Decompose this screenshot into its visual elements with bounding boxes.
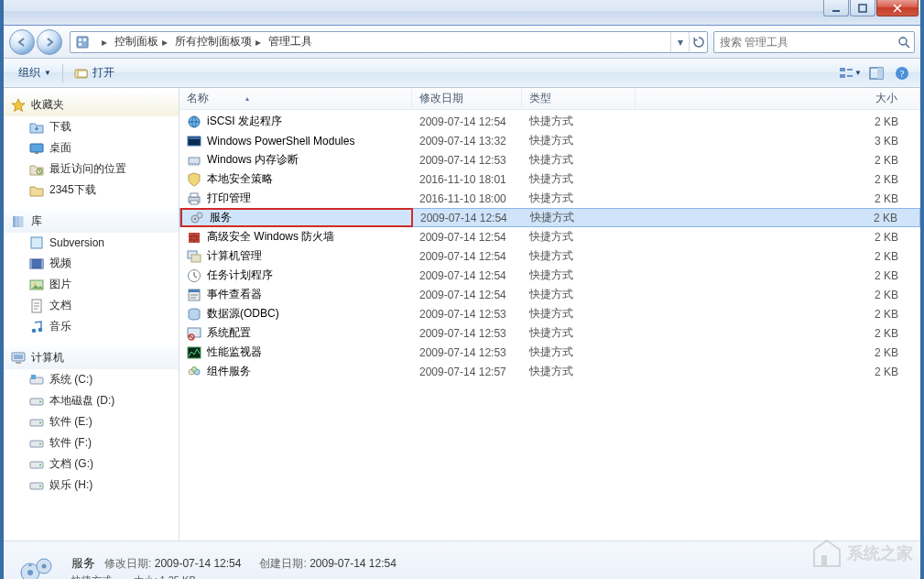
file-row-12[interactable]: 性能监视器2009-07-14 12:53快捷方式2 KB: [179, 343, 920, 362]
organize-button[interactable]: 组织▼: [11, 62, 59, 83]
breadcrumb-item-2[interactable]: 管理工具: [265, 32, 316, 52]
sidebar-item-computer-1[interactable]: 本地磁盘 (D:): [4, 390, 179, 411]
file-type: 快捷方式: [522, 364, 636, 379]
sidebar-group-libraries[interactable]: 库: [4, 210, 179, 233]
open-button[interactable]: 打开: [67, 62, 122, 83]
sidebar-item-computer-5[interactable]: 娱乐 (H:): [4, 475, 179, 496]
address-refresh-button[interactable]: [689, 32, 707, 52]
sidebar-item-computer-4[interactable]: 文档 (G:): [4, 453, 179, 475]
window-close-button[interactable]: [876, 0, 919, 16]
file-row-13[interactable]: 组件服务2009-07-14 12:57快捷方式2 KB: [179, 362, 920, 381]
sidebar-item-favorites-2[interactable]: 最近访问的位置: [4, 158, 179, 180]
file-date: 2009-07-14 12:53: [412, 346, 522, 359]
file-row-10[interactable]: 数据源(ODBC)2009-07-14 12:53快捷方式2 KB: [179, 304, 920, 323]
breadcrumb-item-1[interactable]: 所有控制面板项▸: [171, 32, 265, 52]
sidebar-item-favorites-1[interactable]: 桌面: [4, 137, 179, 158]
details-pane: 服务 修改日期: 2009-07-14 12:54 创建日期: 2009-07-…: [4, 541, 920, 579]
details-size: 1.25 KB: [160, 574, 196, 579]
window-minimize-button[interactable]: [823, 0, 849, 16]
address-dropdown-button[interactable]: ▾: [670, 32, 689, 52]
svg-rect-49: [189, 137, 200, 139]
mgmt-icon: [187, 249, 201, 264]
file-name: 打印管理: [207, 191, 251, 206]
svg-rect-33: [14, 355, 23, 359]
file-size: 2 KB: [636, 289, 920, 301]
search-box[interactable]: [713, 31, 915, 53]
svg-point-6: [899, 38, 907, 45]
file-row-11[interactable]: 系统配置2009-07-14 12:53快捷方式2 KB: [179, 323, 920, 343]
help-button[interactable]: ?: [891, 63, 913, 83]
file-row-8[interactable]: 任务计划程序2009-07-14 12:54快捷方式2 KB: [179, 266, 920, 285]
column-header-date[interactable]: 修改日期: [412, 88, 522, 109]
svg-rect-17: [30, 144, 43, 152]
svg-point-38: [39, 400, 41, 402]
svg-text:?: ?: [900, 68, 905, 79]
file-name: iSCSI 发起程序: [207, 114, 282, 129]
file-row-6[interactable]: 高级安全 Windows 防火墙2009-07-14 12:54快捷方式2 KB: [179, 227, 920, 246]
preview-pane-button[interactable]: [865, 63, 887, 83]
file-row-5[interactable]: 服务2009-07-14 12:54快捷方式2 KB: [179, 208, 920, 227]
svg-rect-11: [847, 69, 853, 71]
file-date: 2009-07-14 12:57: [412, 366, 522, 378]
file-date: 2016-11-10 18:00: [412, 192, 522, 205]
file-size: 2 KB: [636, 308, 920, 321]
details-created: 2009-07-14 12:54: [310, 557, 397, 570]
sidebar-item-computer-2[interactable]: 软件 (E:): [4, 411, 179, 432]
svg-point-46: [39, 485, 41, 486]
event-icon: [187, 288, 201, 302]
file-row-1[interactable]: Windows PowerShell Modules2009-07-14 13:…: [179, 131, 920, 150]
svg-point-69: [192, 366, 197, 371]
file-size: 2 KB: [636, 154, 920, 167]
file-row-9[interactable]: 事件查看器2009-07-14 12:54快捷方式2 KB: [179, 285, 920, 304]
sidebar-item-libraries-1[interactable]: 视频: [4, 253, 179, 274]
search-input[interactable]: [714, 36, 894, 49]
globe-icon: [187, 115, 201, 129]
nav-forward-button[interactable]: [37, 29, 62, 55]
file-row-3[interactable]: 本地安全策略2016-11-10 18:01快捷方式2 KB: [179, 169, 920, 189]
svg-rect-10: [840, 74, 845, 78]
view-options-button[interactable]: ▼: [840, 63, 862, 83]
sidebar-group-favorites[interactable]: 收藏夹: [4, 93, 179, 116]
file-name: Windows PowerShell Modules: [207, 135, 354, 147]
svg-rect-1: [859, 5, 866, 12]
sidebar-item-favorites-0[interactable]: 下载: [4, 116, 179, 137]
file-type: 快捷方式: [522, 152, 636, 168]
file-type: 快捷方式: [522, 344, 636, 360]
library-icon: [11, 214, 26, 229]
details-type: 快捷方式: [71, 574, 112, 579]
sidebar-item-libraries-4[interactable]: 音乐: [4, 316, 179, 337]
column-header-size[interactable]: 大小: [636, 88, 920, 109]
sidebar-item-libraries-2[interactable]: 图片: [4, 274, 179, 295]
crumb-sep-root[interactable]: ▸: [94, 32, 111, 52]
sidebar-item-favorites-3[interactable]: 2345下载: [4, 180, 179, 201]
file-row-0[interactable]: iSCSI 发起程序2009-07-14 12:54快捷方式2 KB: [179, 112, 920, 131]
svn-icon: [29, 235, 44, 250]
file-type: 快捷方式: [522, 268, 636, 283]
file-size: 2 KB: [636, 327, 920, 340]
file-row-2[interactable]: Windows 内存诊断2009-07-14 12:53快捷方式2 KB: [179, 150, 920, 169]
svg-point-73: [42, 563, 47, 568]
file-row-4[interactable]: 打印管理2016-11-10 18:00快捷方式2 KB: [179, 189, 920, 208]
sidebar-item-libraries-3[interactable]: 文档: [4, 295, 179, 316]
file-row-7[interactable]: 计算机管理2009-07-14 12:54快捷方式2 KB: [179, 246, 920, 266]
file-date: 2009-07-14 12:54: [412, 250, 522, 263]
breadcrumb-item-0[interactable]: 控制面板▸: [111, 32, 171, 52]
nav-back-button[interactable]: [9, 29, 35, 55]
sidebar-group-computer[interactable]: 计算机: [4, 346, 179, 369]
comp-icon: [187, 365, 201, 379]
odbc-icon: [187, 307, 201, 322]
search-icon[interactable]: [894, 32, 914, 52]
svg-point-30: [32, 328, 37, 333]
sidebar-item-libraries-0[interactable]: Subversion: [4, 233, 179, 253]
svg-rect-21: [16, 216, 20, 227]
address-bar[interactable]: ▸ 控制面板▸ 所有控制面板项▸ 管理工具 ▾: [70, 31, 708, 53]
watermark: 系统之家: [810, 539, 913, 568]
shield-icon: [187, 172, 201, 187]
file-name: 组件服务: [207, 364, 251, 379]
sidebar-item-computer-3[interactable]: 软件 (F:): [4, 432, 179, 453]
svg-rect-25: [30, 259, 32, 268]
column-header-name[interactable]: 名称▴: [179, 88, 412, 109]
sidebar-item-computer-0[interactable]: 系统 (C:): [4, 369, 179, 390]
column-header-type[interactable]: 类型: [522, 88, 636, 109]
window-maximize-button[interactable]: [850, 0, 875, 16]
